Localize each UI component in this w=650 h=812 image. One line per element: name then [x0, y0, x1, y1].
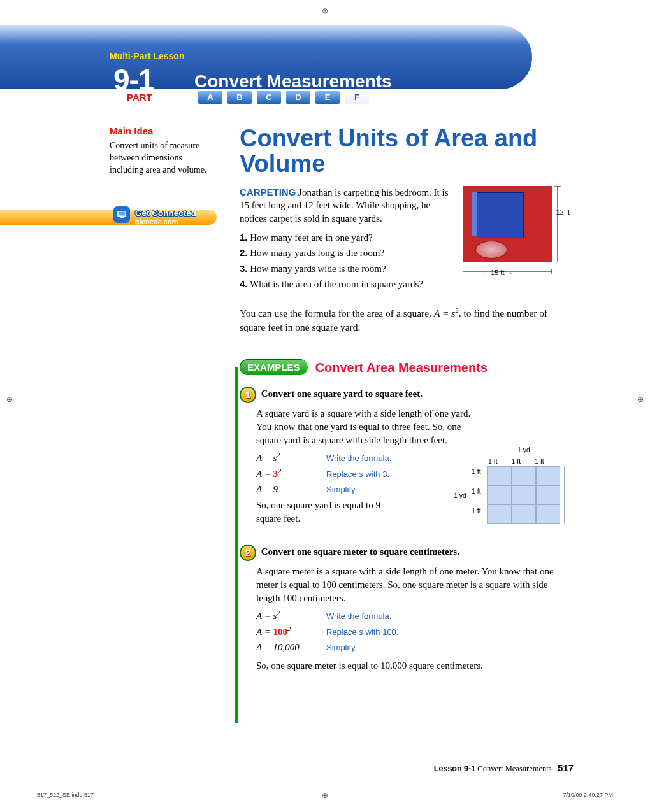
formula-row: A = 1002 Replace s with 100. [256, 625, 561, 639]
example-number-icon: 1 [240, 387, 256, 403]
lesson-banner: Multi-Part Lesson 9-1 Convert Measuremen… [0, 25, 532, 89]
tab-e[interactable]: E [315, 90, 340, 104]
examples-subtitle: Convert Area Measurements [315, 360, 487, 375]
crop-marks: ⊕ [0, 0, 650, 11]
tab-f[interactable]: F [344, 90, 370, 104]
page: ⊕ ⊕ ⊕ Multi-Part Lesson 9-1 Convert Meas… [0, 0, 650, 812]
page-number: 517 [558, 762, 574, 773]
tab-d[interactable]: D [285, 90, 311, 104]
square-yard-figure: 1 yd 1 ft1 ft1 ft 1 yd 1 ft1 ft1 ft [463, 448, 565, 524]
monitor-icon [113, 206, 130, 223]
question-list: 1. How many feet are in one yard? 2. How… [240, 231, 469, 292]
svg-rect-2 [120, 217, 124, 218]
examples-pill: EXAMPLES [240, 359, 308, 375]
timestamp: 7/10/09 2:49:27 PM [563, 792, 613, 798]
examples-section: EXAMPLES Convert Area Measurements 1 Con… [240, 359, 565, 673]
formula-row: A = 10,000 Simplify. [256, 641, 561, 654]
question-item: 3. How many yards wide is the room? [240, 262, 469, 276]
room-figure: 12 ft ← 15 ft → [463, 186, 565, 262]
dim-12ft: 12 ft [556, 208, 570, 216]
footer-title: Convert Measurements [477, 764, 551, 773]
registration-mark-icon: ⊕ [6, 395, 13, 404]
dim-15ft: ← 15 ft → [482, 269, 514, 276]
q-text: How many yards long is the room? [250, 248, 384, 258]
registration-mark-icon: ⊕ [322, 6, 328, 16]
main-content: Convert Units of Area and Volume CARPETI… [240, 126, 565, 673]
registration-mark-icon: ⊕ [637, 395, 644, 404]
part-tabs: A B C D E F [198, 90, 371, 104]
glencoe-link[interactable]: glencoe.com [135, 218, 178, 225]
question-item: 2. How many yards long is the room? [240, 246, 469, 260]
q-text: How many feet are in one yard? [250, 232, 372, 243]
sidebar: Main Idea Convert units of measure betwe… [110, 125, 218, 176]
example-title: Convert one square yard to square feet. [261, 389, 422, 399]
tab-c[interactable]: C [256, 90, 282, 104]
file-slug: 517_522_SE.indd 517 [37, 792, 94, 798]
example-number-icon: 2 [240, 545, 256, 561]
q-text: How many yards wide is the room? [250, 264, 386, 274]
page-footer: Lesson 9-1 Convert Measurements 517 [434, 762, 574, 774]
page-title: Convert Units of Area and Volume [240, 126, 565, 177]
example-body: A square meter is a square with a side l… [256, 565, 561, 605]
get-connected-label: Get Connected [135, 208, 196, 218]
tab-b[interactable]: B [227, 90, 252, 104]
intro-paragraph: CARPETING Jonathan is carpeting his bedr… [240, 186, 450, 225]
formula-row: A = s2 Write the formula. [256, 609, 561, 623]
example-conclusion: So, one square meter is equal to 10,000 … [256, 659, 561, 673]
multipart-label: Multi-Part Lesson [110, 51, 184, 61]
svg-rect-1 [119, 212, 126, 216]
main-idea-text: Convert units of measure between dimensi… [110, 140, 218, 176]
lesson-title: Convert Measurements [194, 71, 392, 92]
registration-mark-icon: ⊕ [322, 791, 328, 801]
example-2: 2 Convert one square meter to square cen… [240, 545, 565, 673]
example-title: Convert one square meter to square centi… [261, 547, 459, 557]
main-idea-heading: Main Idea [110, 125, 218, 138]
q-text: What is the area of the room in square y… [250, 279, 423, 289]
get-connected: Get Connected glencoe.com [0, 206, 217, 228]
square-tip: You can use the formula for the area of … [240, 306, 558, 334]
tab-a[interactable]: A [198, 90, 223, 104]
footer-lesson: Lesson 9-1 [434, 764, 475, 773]
carpeting-label: CARPETING [240, 187, 296, 197]
example-body: A square yard is a square with a side le… [256, 407, 473, 447]
part-label: PART [124, 92, 155, 103]
question-item: 4. What is the area of the room in squar… [240, 277, 469, 292]
example-conclusion: So, one square yard is equal to 9 square… [256, 499, 403, 525]
question-item: 1. How many feet are in one yard? [240, 231, 469, 245]
example-1: 1 Convert one square yard to square feet… [240, 387, 565, 525]
